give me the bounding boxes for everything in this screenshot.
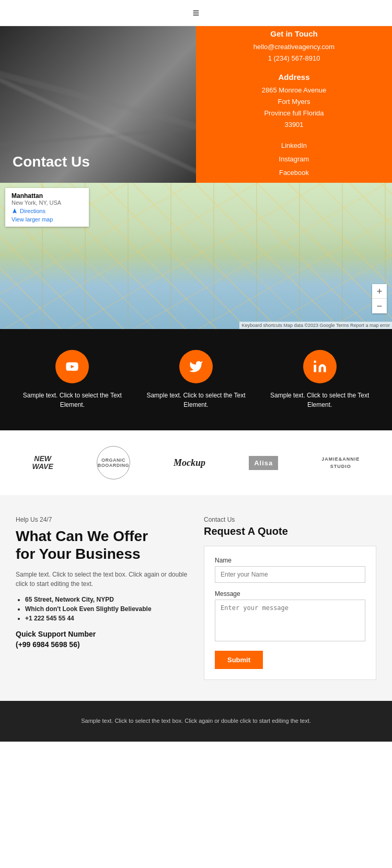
- bullet-believable: Which don't Look Even Slightly Believabl…: [25, 605, 188, 613]
- contact-right-label: Contact Us: [204, 516, 376, 523]
- name-label: Name: [215, 557, 365, 564]
- brand-alisa[interactable]: Alisa: [249, 456, 278, 470]
- social-links: LinkedIn Instagram Facebook: [279, 139, 309, 180]
- quote-form: Name Message Submit: [204, 546, 376, 680]
- get-in-touch-heading: Get in Touch: [270, 29, 318, 38]
- offer-heading: What Can We Offer for Your Business: [16, 527, 188, 562]
- map-zoom-controls: + −: [372, 284, 387, 313]
- support-label: Quick Support Number: [16, 630, 96, 638]
- zoom-out-button[interactable]: −: [372, 299, 387, 313]
- social-item-youtube: Sample text. Click to select the Text El…: [20, 350, 124, 409]
- message-label: Message: [215, 590, 365, 597]
- contact-bullets: 65 Street, Network City, NYPD Which don'…: [16, 596, 188, 622]
- map-directions[interactable]: Directions: [11, 208, 83, 214]
- offer-heading-line2: for Your Business: [16, 546, 141, 562]
- brand-new-wave[interactable]: NEWWAVE: [32, 455, 53, 471]
- offer-heading-line1: What Can We Offer: [16, 528, 148, 544]
- youtube-icon-circle[interactable]: [55, 350, 89, 383]
- hero-image: Contact Us: [0, 26, 196, 183]
- support-number: (+99 6984 5698 56): [16, 640, 80, 649]
- youtube-item-text: Sample text. Click to select the Text El…: [20, 391, 124, 409]
- map-section: Manhattan New York, NY, USA Directions V…: [0, 183, 392, 329]
- map-info-box: Manhattan New York, NY, USA Directions V…: [5, 188, 89, 227]
- bullet-address: 65 Street, Network City, NYPD: [25, 596, 188, 603]
- brands-section: NEWWAVE ORGANICBOOARDING Mockup Alisa JA…: [0, 430, 392, 495]
- contact-left: Help Us 24/7 What Can We Offer for Your …: [16, 516, 188, 680]
- youtube-icon: [65, 359, 79, 374]
- address-line1: 2865 Monroe Avenue: [262, 85, 326, 96]
- support-info: Quick Support Number (+99 6984 5698 56): [16, 629, 188, 650]
- brand-organic[interactable]: ORGANICBOOARDING: [97, 446, 130, 479]
- instagram-link[interactable]: Instagram: [279, 153, 309, 166]
- submit-button[interactable]: Submit: [215, 651, 263, 669]
- contact-right: Contact Us Request A Quote Name Message …: [204, 516, 376, 680]
- linkedin-icon-circle[interactable]: [303, 350, 337, 383]
- hero-image-bg: Contact Us: [0, 26, 196, 183]
- twitter-item-text: Sample text. Click to select the Text El…: [144, 391, 248, 409]
- message-input[interactable]: [215, 600, 365, 641]
- bullet-phone: +1 222 545 55 44: [25, 615, 188, 622]
- contact-phone: 1 (234) 567-8910: [268, 53, 320, 64]
- svg-point-0: [314, 360, 316, 363]
- help-label: Help Us 24/7: [16, 516, 188, 523]
- footer-text: Sample text. Click to select the text bo…: [10, 717, 382, 726]
- menu-icon[interactable]: ≡: [193, 6, 200, 20]
- linkedin-item-text: Sample text. Click to select the Text El…: [268, 391, 372, 409]
- message-form-group: Message: [215, 590, 365, 643]
- linkedin-link[interactable]: LinkedIn: [279, 139, 309, 153]
- map-city: Manhattan: [11, 192, 83, 200]
- name-form-group: Name: [215, 557, 365, 583]
- twitter-icon: [189, 359, 203, 374]
- hero-title: Contact Us: [13, 154, 90, 170]
- contact-desc: Sample text. Click to select the text bo…: [16, 570, 188, 589]
- address-line4: 33901: [262, 119, 326, 131]
- social-item-linkedin: Sample text. Click to select the Text El…: [268, 350, 372, 409]
- request-heading: Request A Quote: [204, 525, 376, 537]
- map-footer: Keyboard shortcuts Map data ©2023 Google…: [239, 322, 392, 329]
- contact-email: hello@creativeagency.com: [253, 41, 335, 53]
- view-larger-link[interactable]: View larger map: [11, 216, 83, 222]
- footer: Sample text. Click to select the text bo…: [0, 701, 392, 742]
- social-item-twitter: Sample text. Click to select the Text El…: [144, 350, 248, 409]
- social-section: Sample text. Click to select the Text El…: [0, 329, 392, 430]
- navbar: ≡: [0, 0, 392, 26]
- hero-info-panel: Get in Touch hello@creativeagency.com 1 …: [196, 26, 392, 183]
- brand-mockup[interactable]: Mockup: [174, 458, 205, 468]
- brand-jamie[interactable]: JAMIE&ANNIESTUDIO: [321, 455, 360, 471]
- twitter-icon-circle[interactable]: [179, 350, 213, 383]
- address-line3: Province full Florida: [262, 108, 326, 119]
- zoom-in-button[interactable]: +: [372, 284, 387, 299]
- address-line2: Fort Myers: [262, 96, 326, 108]
- linkedin-icon: [313, 359, 327, 374]
- hero-section: Contact Us Get in Touch hello@creativeag…: [0, 26, 392, 183]
- directions-label: Directions: [20, 208, 45, 214]
- facebook-link[interactable]: Facebook: [279, 166, 309, 180]
- map-placeholder: Manhattan New York, NY, USA Directions V…: [0, 183, 392, 329]
- contact-section: Help Us 24/7 What Can We Offer for Your …: [0, 495, 392, 701]
- address-heading: Address: [262, 73, 326, 81]
- map-state: New York, NY, USA: [11, 200, 83, 206]
- name-input[interactable]: [215, 566, 365, 583]
